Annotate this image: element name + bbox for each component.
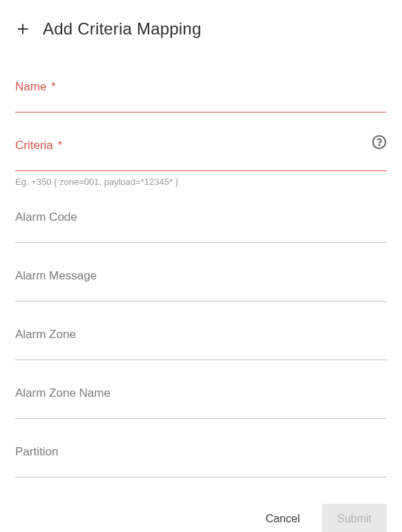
name-field: Name *	[15, 80, 387, 112]
criteria-label-text: Criteria	[15, 139, 53, 152]
svg-point-2	[373, 136, 385, 148]
svg-point-3	[379, 145, 379, 146]
cancel-button[interactable]: Cancel	[262, 507, 303, 531]
alarm-code-label: Alarm Code	[15, 210, 387, 230]
name-label: Name *	[15, 80, 387, 99]
alarm-zone-name-label: Alarm Zone Name	[15, 386, 387, 406]
partition-field: Partition	[15, 445, 387, 477]
field-underline	[15, 477, 387, 477]
field-underline	[15, 242, 387, 243]
plus-icon	[15, 21, 30, 37]
criteria-label: Criteria *	[15, 139, 387, 158]
dialog-header: Add Criteria Mapping	[15, 19, 387, 39]
criteria-field: Criteria * Eg. +350 { zone=001, payload=…	[15, 139, 387, 187]
name-label-text: Name	[15, 80, 46, 93]
field-underline	[15, 359, 387, 360]
field-underline	[15, 418, 387, 419]
criteria-help-row	[372, 135, 387, 150]
alarm-code-field: Alarm Code	[15, 210, 387, 243]
alarm-message-field: Alarm Message	[15, 269, 387, 302]
required-asterisk: *	[55, 139, 62, 152]
alarm-zone-field: Alarm Zone	[15, 328, 387, 360]
partition-label: Partition	[15, 445, 387, 464]
field-underline	[15, 170, 387, 171]
field-underline	[15, 112, 387, 112]
dialog-title: Add Criteria Mapping	[43, 19, 201, 39]
alarm-zone-label: Alarm Zone	[15, 328, 387, 347]
submit-button[interactable]: Submit	[322, 504, 387, 532]
criteria-hint: Eg. +350 { zone=001, payload=*12345* }	[15, 177, 387, 187]
field-underline	[15, 301, 387, 302]
alarm-message-label: Alarm Message	[15, 269, 387, 288]
required-asterisk: *	[48, 80, 55, 93]
dialog-container: Add Criteria Mapping Name * Criteria * E…	[0, 0, 402, 532]
help-icon[interactable]	[372, 135, 387, 150]
alarm-zone-name-field: Alarm Zone Name	[15, 386, 387, 419]
actions-row: Cancel Submit	[15, 504, 387, 532]
